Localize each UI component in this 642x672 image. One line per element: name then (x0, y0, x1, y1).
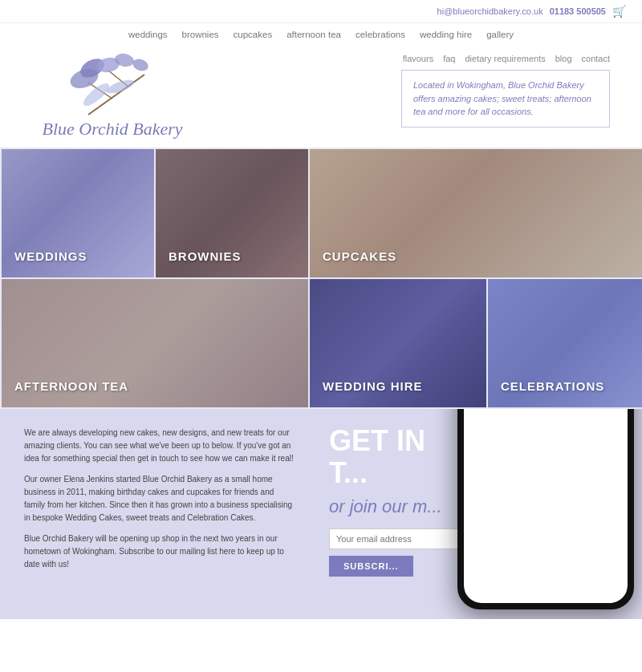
nav-cupcakes[interactable]: cupcakes (234, 30, 273, 39)
nav-flavours[interactable]: flavours (403, 54, 434, 63)
grid-item-wedding-hire[interactable]: WEDDING HIRE (310, 279, 486, 407)
header-right: flavours faq dietary requirements blog c… (305, 51, 610, 128)
nav-faq[interactable]: faq (443, 54, 455, 63)
grid-label-wedding-hire: WEDDING HIRE (323, 379, 423, 393)
nav-blog[interactable]: blog (555, 54, 572, 63)
top-bar: hi@blueorchidbakery.co.uk 01183 500505 🛒 (0, 0, 642, 23)
email-input[interactable] (329, 528, 473, 549)
nav-brownies[interactable]: brownies (182, 30, 219, 39)
nav-contact[interactable]: contact (582, 54, 610, 63)
grid-item-celebrations[interactable]: CELEBRATIONS (488, 279, 642, 407)
logo-text: Blue Orchid Bakery (42, 119, 182, 140)
header-area: Blue Orchid Bakery flavours faq dietary … (0, 43, 642, 148)
grid-item-weddings[interactable]: WEDDINGS (2, 149, 154, 277)
description-box: Located in Wokingham, Blue Orchid Bakery… (401, 70, 610, 128)
grid-label-celebrations: CELEBRATIONS (501, 379, 604, 393)
svg-point-7 (131, 57, 150, 73)
para-3: Blue Orchid Bakery will be opening up sh… (24, 532, 297, 571)
grid-label-brownies: BROWNIES (169, 249, 242, 263)
grid-label-cupcakes: CUPCAKES (323, 249, 396, 263)
get-in-touch-heading: GET INT... (329, 425, 425, 488)
bottom-section: We are always developing new cakes, new … (0, 409, 642, 619)
phone-number: 01183 500505 (550, 6, 606, 16)
nav-celebrations[interactable]: celebrations (356, 30, 405, 39)
logo-area: Blue Orchid Bakery (24, 51, 201, 140)
bottom-text-area: We are always developing new cakes, new … (0, 409, 321, 619)
nav-afternoon-tea[interactable]: afternoon tea (286, 30, 341, 39)
nav-gallery[interactable]: gallery (486, 30, 514, 39)
or-join-text: or join our m... (329, 496, 442, 517)
grid-item-brownies[interactable]: BROWNIES (156, 149, 308, 277)
main-navigation: weddings brownies cupcakes afternoon tea… (0, 23, 642, 43)
para-2: Our owner Elena Jenkins started Blue Orc… (24, 473, 297, 524)
grid-item-cupcakes[interactable]: CUPCAKES (310, 149, 642, 277)
phone-screen: hi@blueorchidbakery.co.uk 01183 500505 🛒… (464, 409, 628, 603)
phone-mockup: hi@blueorchidbakery.co.uk 01183 500505 🛒… (457, 409, 634, 609)
nav-dietary[interactable]: dietary requirements (465, 54, 545, 63)
subscribe-button[interactable]: SUBSCRI... (329, 556, 413, 577)
secondary-navigation: flavours faq dietary requirements blog c… (403, 54, 610, 63)
grid-label-weddings: WEDDINGS (14, 249, 87, 263)
description-text: Located in Wokingham, Blue Orchid Bakery… (413, 80, 591, 116)
nav-weddings[interactable]: weddings (128, 30, 168, 39)
orchid-illustration (40, 51, 185, 123)
cart-icon[interactable]: 🛒 (612, 5, 626, 18)
email-link[interactable]: hi@blueorchidbakery.co.uk (437, 6, 543, 16)
grid-label-afternoon-tea: AFTERNOON TEA (14, 379, 128, 393)
nav-wedding-hire[interactable]: wedding hire (420, 30, 472, 39)
category-grid: WEDDINGS BROWNIES CUPCAKES AFTERNOON TEA… (0, 148, 642, 409)
para-1: We are always developing new cakes, new … (24, 427, 297, 465)
grid-item-afternoon-tea[interactable]: AFTERNOON TEA (2, 279, 308, 407)
